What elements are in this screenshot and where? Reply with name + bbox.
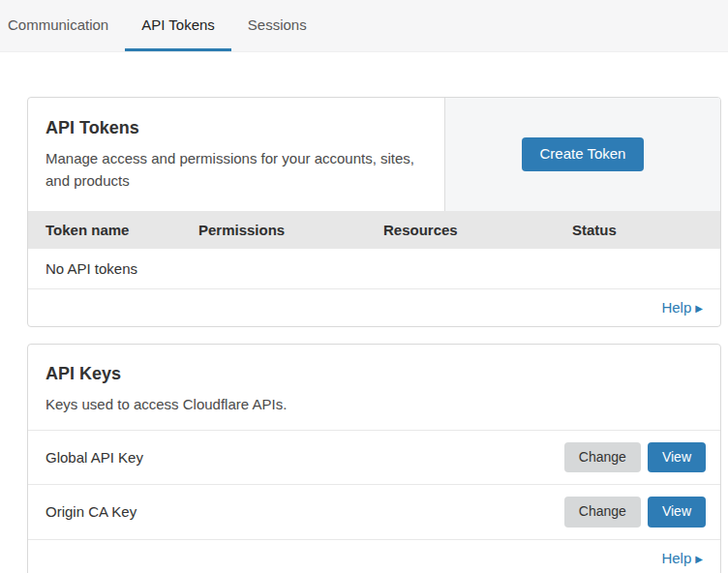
api-keys-card-footer: Help▶: [28, 540, 720, 573]
origin-ca-key-row: Origin CA Key Change View: [28, 485, 720, 539]
settings-tab-bar: Communication API Tokens Sessions: [0, 0, 728, 52]
tab-communication[interactable]: Communication: [8, 0, 125, 51]
help-arrow-icon: ▶: [695, 303, 703, 314]
api-tokens-title: API Tokens: [46, 118, 427, 138]
global-api-key-label: Global API Key: [46, 449, 564, 466]
token-table-header-row: Token name Permissions Resources Status: [28, 211, 720, 249]
help-arrow-icon: ▶: [695, 554, 703, 564]
origin-ca-key-change-button[interactable]: Change: [564, 497, 641, 527]
api-keys-card: API Keys Keys used to access Cloudflare …: [27, 344, 721, 573]
api-tokens-card-footer: Help▶: [28, 289, 720, 326]
origin-ca-key-actions: Change View: [564, 497, 706, 527]
global-api-key-actions: Change View: [564, 442, 706, 472]
api-tokens-help-link[interactable]: Help▶: [661, 299, 703, 316]
api-keys-description: Keys used to access Cloudflare APIs.: [46, 393, 429, 415]
create-token-button[interactable]: Create Token: [522, 137, 645, 171]
api-keys-card-header: API Keys Keys used to access Cloudflare …: [28, 345, 720, 431]
origin-ca-key-view-button[interactable]: View: [648, 497, 706, 527]
tab-sessions[interactable]: Sessions: [231, 0, 323, 51]
origin-ca-key-label: Origin CA Key: [46, 503, 564, 520]
help-link-label: Help: [661, 299, 691, 316]
api-tokens-card-header: API Tokens Manage access and permissions…: [28, 98, 720, 211]
api-tokens-action-panel: Create Token: [444, 98, 720, 211]
api-tokens-card: API Tokens Manage access and permissions…: [27, 97, 721, 327]
help-link-label: Help: [661, 550, 691, 566]
api-tokens-description: Manage access and permissions for your a…: [46, 147, 427, 193]
column-header-status: Status: [572, 222, 720, 238]
column-header-permissions: Permissions: [198, 222, 383, 238]
api-keys-title: API Keys: [46, 364, 703, 384]
token-table-empty-message: No API tokens: [28, 249, 720, 289]
api-keys-help-link[interactable]: Help▶: [661, 550, 703, 566]
global-api-key-row: Global API Key Change View: [28, 431, 720, 485]
global-api-key-change-button[interactable]: Change: [564, 442, 641, 472]
column-header-token-name: Token name: [46, 222, 198, 238]
global-api-key-view-button[interactable]: View: [648, 442, 706, 472]
tab-api-tokens[interactable]: API Tokens: [125, 0, 231, 51]
api-tokens-card-header-text: API Tokens Manage access and permissions…: [28, 98, 444, 211]
column-header-resources: Resources: [383, 222, 572, 238]
